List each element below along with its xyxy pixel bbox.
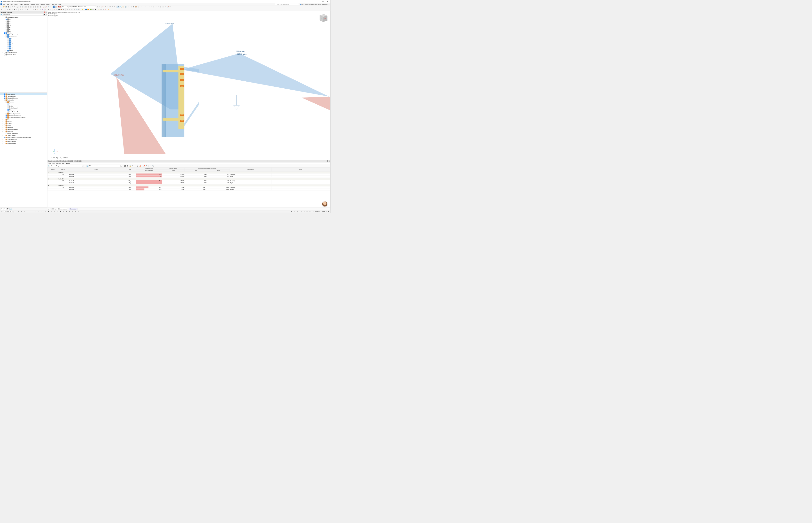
close-panel-icon[interactable]: ✕ <box>46 12 47 13</box>
tree-item[interactable]: uₓ <box>0 20 47 22</box>
pg-prev-icon[interactable]: ◀ <box>50 208 50 210</box>
menu-results[interactable]: Results <box>30 3 35 5</box>
results-tree-1[interactable]: Global Deformations|u|uₓuᵧu_zφₓφᵧφ_z∨Mem… <box>0 16 47 92</box>
tab-classification[interactable]: Classification <box>69 208 77 210</box>
tree-item[interactable]: Envelope Values <box>0 54 47 56</box>
tree-radio[interactable] <box>5 22 7 24</box>
table-row[interactable]: 30Member 2SMy+ 199.1 659.47541.7150.8 Se… <box>48 186 330 188</box>
sb-s1-icon[interactable]: ◇ <box>44 211 47 213</box>
close-button[interactable]: ✕ <box>325 0 330 3</box>
tree-item[interactable]: Vᵧ <box>0 40 47 42</box>
tree-item[interactable]: Mₜ <box>0 44 47 46</box>
sb-t1-icon[interactable]: ↖ <box>14 211 16 213</box>
support2-icon[interactable]: ▽ <box>21 8 24 11</box>
tree-checkbox[interactable] <box>4 121 5 122</box>
table-group-row[interactable]: 4Nodes: 30 <box>48 184 330 186</box>
tree-item[interactable]: >Members <box>0 121 47 123</box>
menu-cadbim[interactable]: CAD-BIM <box>51 3 58 5</box>
sb-t9-icon[interactable]: ⤡ <box>38 211 40 213</box>
sj-export-icon[interactable]: 📤 <box>139 165 141 167</box>
sb-g3-icon[interactable]: ⊡ <box>296 211 299 213</box>
nav-next-icon[interactable]: ▶ <box>98 5 101 8</box>
tool-c-icon[interactable]: 👁 <box>109 5 111 8</box>
tree-checkbox[interactable] <box>4 97 5 99</box>
tree-checkbox[interactable] <box>5 117 7 119</box>
tree-item[interactable]: Lines <box>0 103 47 105</box>
results-tree-2[interactable]: Result ValuesTitle InformationMax/Min In… <box>0 93 47 207</box>
tool-e-icon[interactable]: ⊞ <box>114 5 116 8</box>
dim4-icon[interactable]: ⤢ <box>148 5 150 8</box>
tree-checkbox[interactable] <box>4 125 5 126</box>
col-class[interactable]: Classification <box>230 167 271 172</box>
tree-checkbox[interactable] <box>4 143 5 144</box>
color5-icon[interactable]: ⬛ <box>94 8 96 11</box>
tree-item[interactable]: N <box>0 38 47 40</box>
tree-radio[interactable] <box>7 46 9 48</box>
tree-item[interactable]: Results on Members <box>0 133 47 134</box>
tree-checkbox[interactable] <box>4 93 5 95</box>
tree-item[interactable]: >Nodal Displacements <box>0 113 47 115</box>
rotate-icon[interactable]: 🔄 <box>125 5 127 8</box>
section-icon[interactable]: ⊏ <box>45 8 47 11</box>
sb-t10-icon[interactable]: ⤢ <box>41 211 43 213</box>
menu-view[interactable]: View <box>10 3 14 5</box>
sj-close-icon[interactable]: ✕ <box>329 161 330 162</box>
tree-item[interactable]: Title Information <box>0 95 47 97</box>
pg-next-icon[interactable]: ▶ <box>54 208 55 210</box>
tree-item[interactable]: Global Deformations <box>0 16 47 18</box>
tree-radio[interactable] <box>5 21 7 22</box>
col-sjini[interactable]: Sⱼ,ini [MNm/rad] <box>136 169 162 172</box>
proj3-icon[interactable]: ◐ <box>160 5 162 8</box>
view1-icon[interactable]: ◫ <box>30 5 32 8</box>
load1-icon[interactable]: ↓ <box>30 8 32 11</box>
tree-checkbox[interactable] <box>4 119 5 120</box>
material-icon[interactable]: ▦ <box>48 8 50 11</box>
tree-radio[interactable] <box>5 24 7 26</box>
col-sjrig[interactable]: Sⱼ,rig <box>184 169 207 172</box>
col-type[interactable]: Type <box>124 167 136 172</box>
viewport[interactable]: DS1 - ULS (STR/GEO) - Permanent and tran… <box>48 11 330 160</box>
view2-icon[interactable]: ◫ <box>32 5 34 8</box>
new-icon[interactable]: 📄 <box>0 5 3 8</box>
sb-t8-icon[interactable]: ╲ <box>35 211 37 213</box>
tree-checkbox[interactable] <box>4 100 5 101</box>
load2-icon[interactable]: ⇊ <box>32 8 34 11</box>
table-row[interactable]: 22Member 2SMy+ 409.0 12500.0924.018.5 Se… <box>48 173 330 175</box>
tree-radio[interactable] <box>7 48 9 49</box>
sj-eye-icon[interactable]: 👁 <box>131 165 134 167</box>
note-icon[interactable]: 📝 <box>167 5 169 8</box>
tree-item[interactable]: Result Values <box>0 93 47 95</box>
del2-icon[interactable]: ✖ <box>105 8 107 11</box>
star-icon[interactable]: ✦ <box>63 8 65 11</box>
ruler-icon[interactable]: 📏 <box>82 8 84 11</box>
tree-item[interactable]: ∨Members <box>0 32 47 34</box>
tree-checkbox[interactable] <box>7 109 9 110</box>
tree-item[interactable]: >Line Welds <box>0 127 47 129</box>
tree-item[interactable]: Local Torsional Rotations <box>0 111 47 113</box>
results-toggle-icon[interactable]: ◧ <box>53 5 55 8</box>
sb-s6-icon[interactable]: ● <box>59 211 61 213</box>
ds-combo[interactable]: DS1 <box>61 5 68 8</box>
tree-checkbox[interactable] <box>4 131 5 132</box>
release-icon[interactable]: ◎ <box>26 8 29 11</box>
line-icon[interactable]: ╱ <box>6 8 8 11</box>
pg-first-icon[interactable]: ⏮ <box>48 209 49 210</box>
tool-b-icon[interactable]: ⤴ <box>107 5 109 8</box>
tree-checkbox[interactable] <box>5 133 7 134</box>
selected-tool-icon[interactable]: 🏗 <box>117 5 120 8</box>
tree-radio[interactable] <box>7 42 9 43</box>
envelope-icon[interactable]: 〰 <box>56 8 58 11</box>
tree-item[interactable]: >Strains <box>0 50 47 52</box>
dim1-icon[interactable]: ↔ <box>141 5 143 8</box>
load4-icon[interactable]: ⬇ <box>37 8 39 11</box>
sb-t5-icon[interactable]: ⟋ <box>26 211 28 213</box>
sb-layers-icon[interactable]: 🗂 <box>1 211 3 213</box>
color1-icon[interactable]: 🟦 <box>85 8 87 11</box>
table-group-row[interactable]: 1Nodes: 22 <box>48 172 330 173</box>
thickness-icon[interactable]: ≡ <box>50 8 52 11</box>
tree-checkbox[interactable] <box>5 36 7 38</box>
pg-last-icon[interactable]: ⏭ <box>55 209 56 210</box>
col-joint[interactable]: Joint No. <box>48 167 58 172</box>
table-row[interactable]: Member 2SMy- +∞ 12500.0924.018.5 Rigid <box>48 182 330 184</box>
col-stiffness[interactable]: Stiffness Analysis <box>136 167 162 169</box>
